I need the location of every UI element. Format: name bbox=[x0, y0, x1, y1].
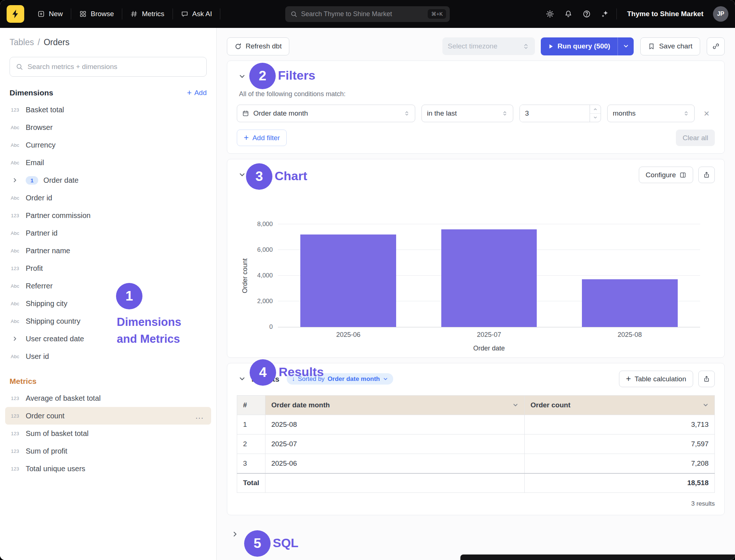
sql-section-header[interactable] bbox=[227, 525, 725, 543]
sidebar-item-basket-total[interactable]: 123Basket total bbox=[5, 101, 211, 119]
sidebar-search-input[interactable] bbox=[28, 63, 200, 71]
sidebar-item-average-of-basket-total[interactable]: 123Average of basket total bbox=[5, 389, 211, 407]
sidebar-item-profit[interactable]: 123Profit bbox=[5, 259, 211, 277]
export-chart-button[interactable] bbox=[698, 167, 715, 183]
chevron-right-icon[interactable] bbox=[10, 177, 21, 183]
save-chart-button[interactable]: Save chart bbox=[640, 37, 700, 55]
collapse-results-chevron[interactable] bbox=[237, 374, 247, 384]
main-content: Refresh dbt Select timezone Run query (5… bbox=[217, 28, 735, 560]
table-calculation-button[interactable]: + Table calculation bbox=[619, 371, 693, 387]
sidebar-item-sum-of-basket-total[interactable]: 123Sum of basket total bbox=[5, 425, 211, 442]
keyboard-shortcut-badge: ⌘+K bbox=[428, 9, 446, 19]
sidebar-item-partner-id[interactable]: AbcPartner id bbox=[5, 224, 211, 242]
breadcrumb-tables[interactable]: Tables bbox=[10, 37, 34, 47]
sidebar-item-label: Order date bbox=[43, 176, 79, 185]
add-filter-button[interactable]: +Add filter bbox=[237, 130, 287, 146]
filter-field-select[interactable]: Order date month bbox=[237, 105, 415, 122]
global-search[interactable]: ⌘+K bbox=[285, 6, 450, 22]
configure-chart-button[interactable]: Configure bbox=[639, 167, 693, 183]
clear-all-filters-button[interactable]: Clear all bbox=[676, 130, 715, 146]
export-results-button[interactable] bbox=[698, 371, 715, 387]
order-count-cell[interactable]: 7,597 bbox=[524, 434, 714, 454]
filter-value-field[interactable] bbox=[520, 105, 590, 122]
bar-2025-06[interactable] bbox=[300, 234, 396, 327]
bar-2025-07[interactable] bbox=[441, 229, 537, 327]
sidebar-item-referrer[interactable]: AbcReferrer bbox=[5, 277, 211, 295]
sidebar-item-order-date[interactable]: 1Order date bbox=[5, 171, 211, 189]
search-icon bbox=[290, 11, 297, 18]
sidebar-item-partner-commission[interactable]: 123Partner commission bbox=[5, 207, 211, 224]
refresh-dbt-button[interactable]: Refresh dbt bbox=[227, 37, 289, 55]
sidebar-item-user-id[interactable]: AbcUser id bbox=[5, 348, 211, 365]
app-logo[interactable] bbox=[7, 5, 24, 23]
gear-icon bbox=[546, 10, 554, 18]
chevron-down-icon bbox=[239, 171, 246, 178]
column-header-order-count[interactable]: Order count bbox=[524, 396, 714, 415]
number-type-icon: 123 bbox=[10, 396, 21, 401]
row-index-cell: 3 bbox=[237, 454, 265, 473]
run-query-button[interactable]: Run query (500) bbox=[541, 37, 634, 55]
filters-panel: All of the following conditions match: O… bbox=[227, 61, 725, 154]
chevron-down-icon[interactable] bbox=[703, 402, 709, 408]
filter-operator-select[interactable]: in the last bbox=[421, 105, 513, 122]
global-search-input[interactable] bbox=[301, 10, 424, 18]
number-type-icon: 123 bbox=[10, 107, 21, 113]
order-date-month-cell[interactable]: 2025-07 bbox=[265, 434, 524, 454]
chevron-right-icon[interactable] bbox=[10, 336, 21, 342]
expand-sql-chevron[interactable] bbox=[230, 529, 240, 539]
sidebar-item-shipping-country[interactable]: AbcShipping country bbox=[5, 312, 211, 330]
notifications-button[interactable] bbox=[561, 6, 576, 22]
bar-2025-08[interactable] bbox=[582, 279, 678, 327]
filter-unit-select[interactable]: months bbox=[607, 105, 695, 122]
results-panel: Results ↓ Sorted by Order date month + T… bbox=[227, 363, 725, 515]
sidebar-item-order-count[interactable]: 123Order count… bbox=[5, 407, 211, 425]
order-count-cell[interactable]: 7,208 bbox=[524, 454, 714, 473]
sidebar-item-currency[interactable]: AbcCurrency bbox=[5, 136, 211, 154]
sql-panel-collapsed[interactable] bbox=[460, 554, 735, 560]
filter-value-input[interactable] bbox=[519, 105, 601, 122]
order-count-cell[interactable]: 3,713 bbox=[524, 415, 714, 434]
sidebar-search[interactable] bbox=[10, 57, 207, 77]
plus-icon: + bbox=[244, 134, 249, 142]
collapse-filters-chevron[interactable] bbox=[237, 71, 247, 81]
nav-new-button[interactable]: New bbox=[30, 6, 70, 22]
timezone-select[interactable]: Select timezone bbox=[442, 37, 535, 55]
add-dimension-button[interactable]: +Add bbox=[187, 89, 207, 97]
column-header-order-date-month[interactable]: Order date month bbox=[265, 396, 524, 415]
sidebar-item-browser[interactable]: AbcBrowser bbox=[5, 119, 211, 136]
increment-button[interactable] bbox=[590, 105, 601, 113]
order-date-month-cell[interactable]: 2025-06 bbox=[265, 454, 524, 473]
metrics-list: 123Average of basket total123Order count… bbox=[0, 389, 216, 477]
user-avatar[interactable]: JP bbox=[713, 6, 728, 22]
sidebar-item-sum-of-profit[interactable]: 123Sum of profit bbox=[5, 442, 211, 460]
sidebar-item-order-id[interactable]: AbcOrder id bbox=[5, 189, 211, 207]
sidebar-item-partner-name[interactable]: AbcPartner name bbox=[5, 242, 211, 259]
explore-sidebar: Tables / Orders Dimensions +Add 123Baske… bbox=[0, 28, 217, 560]
org-name-menu[interactable]: Thyme to Shine Market bbox=[620, 10, 710, 18]
total-empty-cell bbox=[265, 473, 524, 493]
decrement-button[interactable] bbox=[590, 113, 601, 122]
number-type-icon: 123 bbox=[10, 431, 21, 436]
ai-sparkles-button[interactable] bbox=[597, 6, 613, 22]
text-type-icon: Abc bbox=[10, 195, 21, 201]
remove-filter-button[interactable]: × bbox=[702, 108, 712, 119]
y-tick-label: 4,000 bbox=[257, 272, 273, 279]
order-date-month-cell[interactable]: 2025-08 bbox=[265, 415, 524, 434]
sidebar-item-email[interactable]: AbcEmail bbox=[5, 154, 211, 171]
help-button[interactable] bbox=[579, 6, 594, 22]
chevron-down-icon[interactable] bbox=[513, 402, 518, 408]
sidebar-item-user-created-date[interactable]: User created date bbox=[5, 330, 211, 348]
settings-button[interactable] bbox=[542, 6, 558, 22]
query-toolbar: Refresh dbt Select timezone Run query (5… bbox=[227, 37, 725, 55]
sidebar-item-shipping-city[interactable]: AbcShipping city bbox=[5, 295, 211, 312]
nav-browse-button[interactable]: Browse bbox=[72, 6, 121, 22]
nav-metrics-button[interactable]: Metrics bbox=[123, 6, 171, 22]
collapse-chart-chevron[interactable] bbox=[237, 170, 247, 180]
nav-ask-ai-button[interactable]: Ask AI bbox=[174, 6, 220, 22]
sidebar-item-total-unique-users[interactable]: 123Total unique users bbox=[5, 460, 211, 477]
run-query-dropdown-button[interactable] bbox=[618, 37, 634, 55]
share-link-button[interactable] bbox=[707, 37, 725, 55]
sorted-by-badge[interactable]: ↓ Sorted by Order date month bbox=[287, 373, 393, 385]
sidebar-item-label: Profit bbox=[26, 264, 43, 273]
dimensions-header: Dimensions +Add bbox=[0, 88, 216, 97]
